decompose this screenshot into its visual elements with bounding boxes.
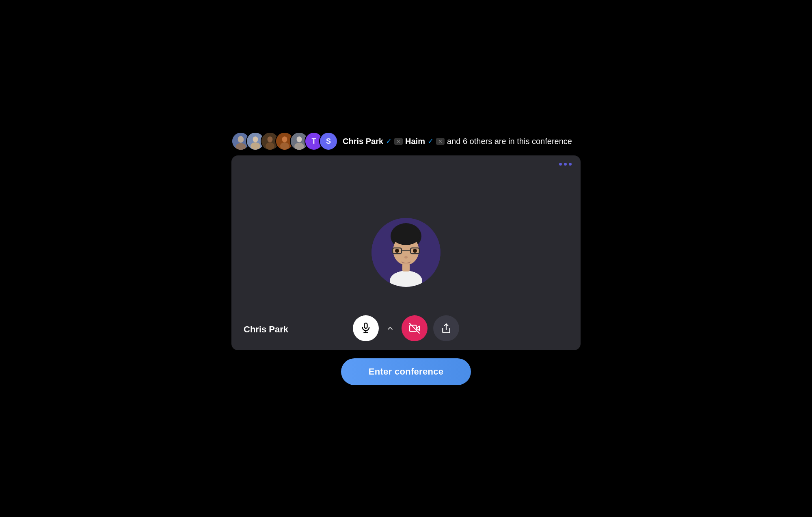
- video-off-icon: [409, 323, 420, 334]
- svg-point-24: [404, 256, 408, 258]
- svg-point-22: [395, 249, 399, 253]
- user-name-label: Chris Park: [244, 324, 288, 335]
- dot-2: [564, 163, 567, 166]
- svg-point-23: [413, 249, 417, 253]
- svg-point-13: [297, 136, 302, 142]
- svg-point-10: [282, 136, 287, 142]
- participant1-verified-icon: ✓: [386, 137, 392, 146]
- svg-point-4: [253, 136, 258, 142]
- user-portrait-svg: [371, 218, 441, 287]
- svg-point-8: [266, 142, 274, 150]
- controls: [353, 315, 459, 341]
- svg-point-7: [268, 136, 273, 142]
- panel-body: [231, 173, 581, 332]
- svg-rect-26: [402, 263, 410, 271]
- panel-footer: Chris Park: [231, 332, 581, 350]
- mic-icon: [360, 323, 371, 334]
- svg-marker-30: [416, 326, 419, 331]
- conference-panel: Chris Park: [231, 155, 581, 350]
- participants-bar: T S Chris Park ✓ ✕ Haim ✓ ✕ and 6 others…: [231, 132, 581, 151]
- chevron-up-icon: [386, 324, 394, 332]
- share-icon: [441, 323, 451, 334]
- participant2-verified-icon: ✓: [428, 137, 434, 146]
- mic-options-button[interactable]: [384, 323, 396, 334]
- svg-point-2: [235, 143, 246, 151]
- participant1-name: Chris Park: [343, 137, 383, 146]
- participant2-name: Haim: [405, 137, 425, 146]
- enter-conference-button[interactable]: Enter conference: [341, 358, 471, 385]
- video-button[interactable]: [402, 315, 428, 341]
- participants-info: Chris Park ✓ ✕ Haim ✓ ✕ and 6 others are…: [343, 137, 572, 146]
- svg-point-1: [238, 136, 244, 142]
- svg-rect-27: [365, 323, 367, 328]
- avatar-initial-t: T: [312, 137, 316, 146]
- others-text: and 6 others are in this conference: [447, 137, 572, 146]
- svg-point-18: [392, 225, 420, 245]
- separator1: ✕: [394, 138, 403, 145]
- mic-button[interactable]: [353, 315, 379, 341]
- avatar-initial-s: S: [326, 137, 331, 146]
- svg-point-11: [280, 142, 289, 150]
- separator2: ✕: [436, 138, 445, 145]
- more-options-button[interactable]: [559, 163, 572, 166]
- main-container: T S Chris Park ✓ ✕ Haim ✓ ✕ and 6 others…: [231, 132, 581, 385]
- avatars-group: T S: [231, 132, 338, 151]
- participant-avatar-s: S: [319, 132, 338, 151]
- dot-3: [569, 163, 572, 166]
- user-avatar-large: [371, 218, 441, 287]
- panel-header: [231, 155, 581, 173]
- share-button[interactable]: [433, 315, 459, 341]
- dot-1: [559, 163, 562, 166]
- svg-point-14: [294, 143, 304, 150]
- svg-point-5: [251, 142, 260, 150]
